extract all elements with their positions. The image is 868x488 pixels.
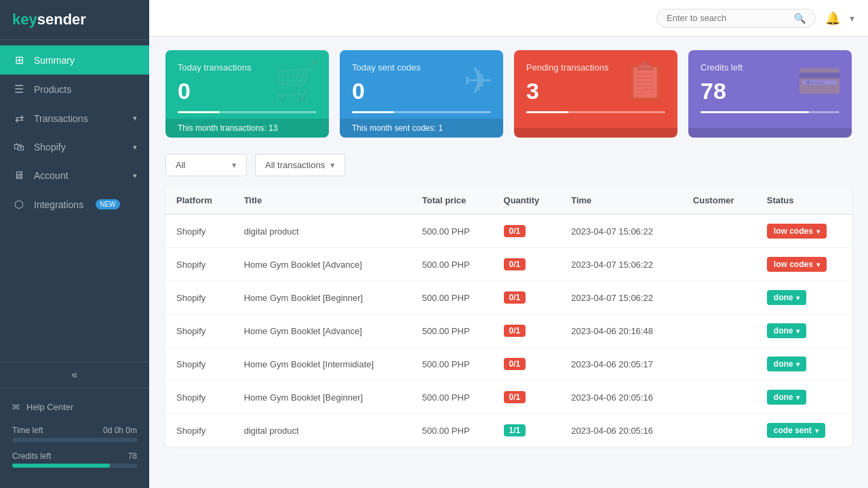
table-row: Shopify digital product 500.00 PHP 0/1 2…: [165, 214, 852, 248]
status-button[interactable]: done ▾: [767, 357, 807, 371]
cell-customer: [682, 214, 756, 248]
cell-quantity: 0/1: [493, 381, 561, 414]
quantity-badge: 1/1: [504, 424, 526, 436]
transaction-type-label: All transactions: [265, 160, 325, 170]
status-button[interactable]: low codes ▾: [767, 257, 827, 272]
cell-total-price: 500.00 PHP: [411, 248, 492, 281]
help-label: Help Center: [26, 402, 73, 412]
stat-card-bar: [352, 111, 491, 113]
stat-card-bar: [701, 111, 840, 113]
sidebar-bottom: ✉ Help Center Time left 0d 0h 0m Credits…: [0, 388, 149, 488]
user-dropdown-icon[interactable]: ▾: [850, 13, 854, 24]
stat-card-footer: [688, 128, 852, 138]
table-header: Platform Title Total price Quantity Time…: [165, 187, 852, 214]
status-button[interactable]: low codes ▾: [767, 224, 827, 239]
cell-title: digital product: [233, 214, 412, 248]
stat-card-footer: This month sent codes: 1: [340, 119, 503, 138]
cell-total-price: 500.00 PHP: [411, 314, 492, 348]
account-icon: 🖥: [12, 169, 26, 182]
cell-customer: [682, 281, 756, 314]
cell-time: 2023-04-07 15:06:22: [560, 214, 682, 248]
cell-total-price: 500.00 PHP: [411, 414, 492, 447]
time-left-section: Time left 0d 0h 0m Credits left 78: [12, 426, 137, 468]
search-box[interactable]: 🔍: [656, 9, 816, 28]
col-quantity: Quantity: [493, 187, 561, 214]
status-button[interactable]: done ▾: [767, 323, 807, 338]
sidebar-item-products[interactable]: ☰ Products: [0, 75, 149, 104]
col-customer: Customer: [682, 187, 756, 214]
chevron-down-icon: ▾: [133, 114, 137, 123]
cell-title: Home Gym Booklet [Advance]: [233, 314, 412, 348]
cell-quantity: 0/1: [493, 214, 561, 248]
sidebar-item-label: Shopify: [34, 142, 66, 152]
sidebar-item-integrations[interactable]: ⬡ Integrations NEW: [0, 190, 149, 219]
cell-platform: Shopify: [165, 414, 233, 447]
transactions-table-container: Platform Title Total price Quantity Time…: [165, 187, 852, 447]
table-row: Shopify digital product 500.00 PHP 1/1 2…: [165, 414, 852, 447]
time-left-label: Time left 0d 0h 0m: [12, 426, 137, 435]
col-status: Status: [756, 187, 852, 214]
summary-icon: ⊞: [12, 54, 26, 66]
cell-time: 2023-04-07 15:06:22: [560, 281, 682, 314]
cell-platform: Shopify: [165, 248, 233, 281]
quantity-badge: 0/1: [504, 291, 526, 304]
sidebar-item-account[interactable]: 🖥 Account ▾: [0, 161, 149, 190]
cell-title: Home Gym Booklet [Beginner]: [233, 281, 412, 314]
platform-filter-label: All: [176, 160, 185, 170]
sidebar-item-label: Integrations: [34, 199, 83, 210]
transaction-type-filter[interactable]: All transactions ▾: [255, 154, 345, 176]
cell-quantity: 0/1: [493, 348, 561, 381]
chevron-down-icon: ▾: [796, 294, 800, 302]
status-button[interactable]: code sent ▾: [767, 423, 825, 438]
sidebar-item-shopify[interactable]: 🛍 Shopify ▾: [0, 133, 149, 161]
cell-title: digital product: [233, 414, 412, 447]
chevron-down-icon: ▾: [232, 160, 237, 170]
credits-icon: 💳: [797, 60, 842, 102]
table-row: Shopify Home Gym Booklet [Advance] 500.0…: [165, 248, 852, 281]
cell-platform: Shopify: [165, 314, 233, 348]
integrations-icon: ⬡: [12, 198, 26, 211]
transactions-icon: ⇄: [12, 112, 26, 125]
cell-platform: Shopify: [165, 281, 233, 314]
logo-prefix: key: [12, 11, 37, 28]
cell-status: low codes ▾: [756, 214, 852, 248]
stat-card-bar: [526, 111, 665, 113]
credits-value: 78: [128, 451, 137, 461]
filters-row: All ▾ All transactions ▾: [165, 154, 852, 176]
cell-platform: Shopify: [165, 214, 233, 248]
notification-bell-icon[interactable]: 🔔: [825, 11, 840, 26]
mail-icon: ✉: [12, 402, 20, 412]
platform-filter[interactable]: All ▾: [165, 154, 247, 176]
table-row: Shopify Home Gym Booklet [Beginner] 500.…: [165, 281, 852, 314]
send-icon: ✈: [463, 60, 494, 102]
pending-icon: 📋: [623, 60, 668, 102]
stat-card-pending-transactions: Pending transactions 3 📋: [514, 50, 677, 138]
stat-card-credits-left: Credits left 78 💳: [688, 50, 852, 138]
quantity-badge: 0/1: [504, 391, 526, 403]
main-content: 🔍 🔔 ▾ Today transactions 0 🛒 This month …: [149, 0, 868, 488]
sidebar-item-transactions[interactable]: ⇄ Transactions ▾: [0, 104, 149, 133]
status-button[interactable]: done ▾: [767, 290, 807, 305]
credits-text: Credits left: [12, 451, 51, 461]
sidebar-item-summary[interactable]: ⊞ Summary: [0, 45, 149, 75]
stat-card-footer: [514, 128, 677, 138]
cell-customer: [682, 381, 756, 414]
credits-progress-bar-fill: [12, 464, 110, 468]
status-button[interactable]: done ▾: [767, 390, 807, 405]
products-icon: ☰: [12, 83, 26, 96]
time-progress-bar-bg: [12, 438, 137, 442]
help-center-item[interactable]: ✉ Help Center: [12, 395, 137, 419]
sidebar-item-label: Transactions: [34, 113, 88, 124]
chevron-down-icon: ▾: [815, 427, 818, 434]
cell-platform: Shopify: [165, 348, 233, 381]
table-row: Shopify Home Gym Booklet [Beginner] 500.…: [165, 381, 852, 414]
search-input[interactable]: [667, 13, 789, 23]
quantity-badge: 0/1: [504, 325, 526, 337]
cell-title: Home Gym Booklet [Advance]: [233, 248, 412, 281]
table-header-row: Platform Title Total price Quantity Time…: [165, 187, 852, 214]
search-icon: 🔍: [794, 13, 806, 24]
stat-card-footer: This month transactions: 13: [165, 119, 329, 138]
collapse-button[interactable]: «: [0, 361, 149, 388]
cell-customer: [682, 248, 756, 281]
chevron-down-icon: ▾: [330, 160, 335, 170]
